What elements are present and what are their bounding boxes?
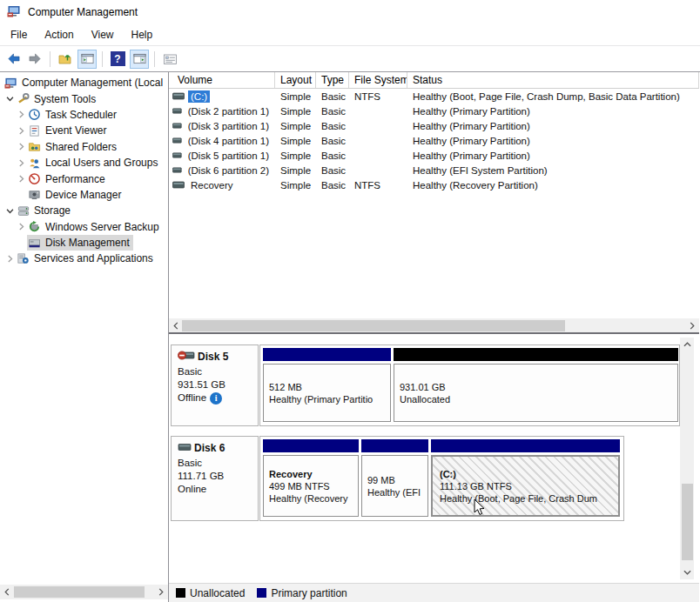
chevron-right-icon[interactable] — [16, 124, 27, 137]
tree-item-services-and-applications[interactable]: Services and Applications — [0, 251, 168, 266]
main-area: Computer Management (Local System Tools … — [0, 71, 700, 602]
column-header-type[interactable]: Type — [316, 72, 349, 88]
scrollbar-thumb[interactable] — [182, 320, 565, 331]
chevron-right-icon[interactable] — [16, 109, 27, 121]
tree-item-event-viewer[interactable]: Event Viewer — [0, 123, 168, 138]
console-tree-icon — [80, 52, 95, 65]
show-console-tree-button[interactable] — [77, 50, 97, 69]
table-row[interactable]: (C:) Simple Basic NTFS Healthy (Boot, Pa… — [169, 89, 699, 104]
tree-item-label: Storage — [34, 204, 71, 217]
volume-name: (Disk 2 partition 1) — [185, 105, 272, 117]
volume-type: Basic — [316, 136, 349, 146]
back-icon — [6, 52, 21, 65]
tree-item-system-tools[interactable]: System Tools — [0, 90, 168, 106]
scroll-left-icon[interactable] — [169, 318, 183, 332]
forward-icon — [28, 52, 43, 65]
table-row[interactable]: Recovery Simple Basic NTFS Healthy (Reco… — [169, 177, 699, 192]
volume-layout: Simple — [275, 106, 316, 117]
menu-action[interactable]: Action — [36, 26, 82, 43]
volume-horizontal-scrollbar[interactable] — [169, 318, 699, 332]
volume-icon — [172, 92, 185, 100]
table-row[interactable]: (Disk 6 partition 2) Simple Basic Health… — [169, 163, 699, 177]
table-row[interactable]: (Disk 5 partition 1) Simple Basic Health… — [169, 148, 699, 163]
tree-item-device-manager[interactable]: Device Manager — [0, 187, 168, 203]
column-header-layout[interactable]: Layout — [275, 72, 316, 88]
disk5-unallocated[interactable]: 931.01 GB Unallocated — [394, 348, 678, 422]
tree-item-label: Event Viewer — [45, 124, 106, 137]
scrollbar-thumb[interactable] — [682, 484, 693, 560]
scrollbar-thumb[interactable] — [14, 586, 145, 598]
tree-item-shared-folders[interactable]: Shared Folders — [0, 139, 168, 155]
tree-item-storage[interactable]: Storage — [0, 203, 168, 218]
disk6-partition-recovery[interactable]: Recovery 499 MB NTFS Healthy (Recovery — [263, 439, 359, 517]
partition-color-bar — [431, 439, 620, 452]
tree-item-task-scheduler[interactable]: Task Scheduler — [0, 107, 168, 123]
tree-item-local-users-and-groups[interactable]: Local Users and Groups — [0, 155, 168, 171]
volume-type: Basic — [316, 106, 349, 117]
scroll-left-icon[interactable] — [0, 585, 14, 599]
partition-status: Healthy (Recovery — [269, 492, 356, 505]
column-header-file-system[interactable]: File System — [349, 72, 407, 88]
forward-button[interactable] — [25, 50, 44, 69]
legend-unallocated: Unallocated — [176, 587, 245, 599]
computer-management-icon — [3, 76, 18, 90]
menu-view[interactable]: View — [83, 26, 123, 43]
tree-item-performance[interactable]: Performance — [0, 171, 168, 186]
chevron-right-icon[interactable] — [4, 252, 16, 264]
volume-status: Healthy (Primary Partition) — [407, 150, 699, 161]
disk6-header[interactable]: Disk 6 Basic 111.71 GB Online — [171, 436, 259, 521]
column-header-volume[interactable]: Volume — [169, 72, 275, 88]
disk6-partition-efi[interactable]: 99 MB Healthy (EFI — [361, 439, 428, 517]
partition-color-bar — [263, 348, 391, 361]
tree-item-windows-server-backup[interactable]: Windows Server Backup — [0, 219, 168, 235]
table-row[interactable]: (Disk 2 partition 1) Simple Basic Health… — [169, 104, 699, 118]
chevron-down-icon[interactable] — [4, 93, 16, 105]
event-viewer-icon — [27, 124, 42, 137]
tree-item-computer-management[interactable]: Computer Management (Local — [0, 75, 168, 90]
export-list-button[interactable] — [56, 50, 75, 69]
menu-help[interactable]: Help — [123, 26, 162, 43]
scroll-up-icon[interactable] — [680, 338, 694, 351]
volume-layout: Simple — [275, 121, 316, 131]
tree-horizontal-scrollbar[interactable] — [0, 585, 168, 599]
disk5-header[interactable]: Disk 5 Basic 931.51 GB Offline i — [171, 344, 259, 426]
console-tree: Computer Management (Local System Tools … — [0, 72, 168, 267]
menu-bar: File Action View Help — [0, 24, 700, 45]
primary-partition-swatch — [257, 588, 266, 598]
tree-item-label: Task Scheduler — [45, 109, 117, 121]
chevron-right-icon[interactable] — [16, 157, 27, 169]
tree-item-label: Local Users and Groups — [45, 157, 158, 169]
tree-item-disk-management[interactable]: Disk Management — [0, 235, 168, 251]
scroll-right-icon[interactable] — [685, 318, 699, 332]
chevron-right-icon[interactable] — [16, 173, 27, 185]
chevron-right-icon[interactable] — [16, 141, 27, 153]
volume-name: (C:) — [188, 90, 210, 103]
volume-layout: Simple — [275, 91, 316, 102]
scroll-right-icon[interactable] — [154, 585, 168, 599]
disk-size: 931.51 GB — [178, 378, 258, 391]
disk-graphical-pane: Disk 5 Basic 931.51 GB Offline i 512 MB … — [169, 334, 699, 602]
partition-size: 499 MB NTFS — [269, 480, 356, 492]
volume-table-header: Volume Layout Type File System Status — [169, 72, 699, 89]
disk5-partition-1[interactable]: 512 MB Healthy (Primary Partitio — [263, 348, 391, 422]
table-row[interactable]: (Disk 3 partition 1) Simple Basic Health… — [169, 118, 699, 133]
column-header-status[interactable]: Status — [407, 72, 699, 88]
disk6-partition-c[interactable]: (C:) 111.13 GB NTFS Healthy (Boot, Page … — [431, 439, 620, 517]
menu-file[interactable]: File — [2, 26, 36, 43]
volume-icon — [172, 107, 182, 115]
chevron-down-icon[interactable] — [4, 204, 16, 217]
info-icon[interactable]: i — [210, 392, 222, 405]
show-action-pane-button[interactable] — [130, 50, 149, 69]
chevron-right-icon[interactable] — [16, 221, 27, 233]
volume-list-pane: Volume Layout Type File System Status (C… — [169, 72, 699, 334]
help-button[interactable]: ? — [108, 50, 127, 69]
app-icon — [7, 4, 22, 21]
scroll-down-icon[interactable] — [680, 565, 694, 579]
disk-vertical-scrollbar[interactable] — [680, 338, 694, 579]
table-row[interactable]: (Disk 4 partition 1) Simple Basic Health… — [169, 133, 699, 148]
back-button[interactable] — [3, 50, 23, 69]
properties-button[interactable] — [160, 50, 179, 69]
task-scheduler-icon — [27, 108, 42, 122]
disk-type: Basic — [178, 365, 258, 378]
volume-icon — [172, 181, 185, 189]
